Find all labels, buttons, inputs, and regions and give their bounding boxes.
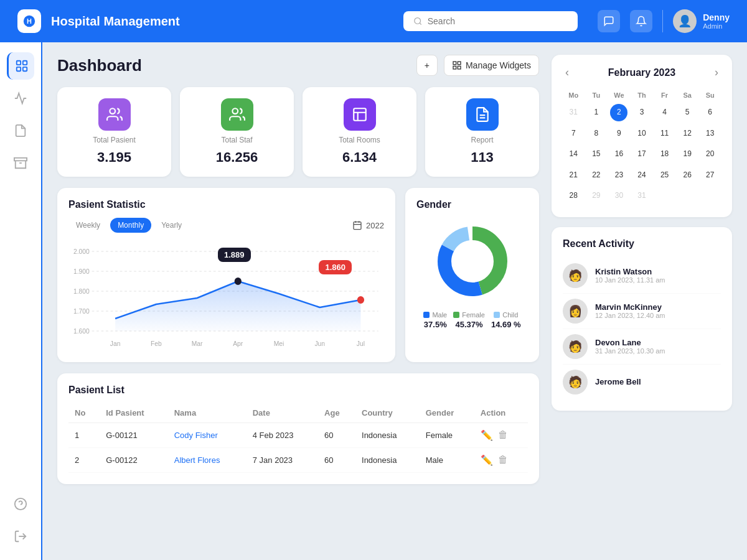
row1-delete-icon[interactable]: 🗑 (498, 429, 508, 441)
cal-day-19[interactable]: 19 (677, 144, 698, 164)
rooms-value: 6.134 (342, 149, 377, 166)
activity-info-3: Devon Lane 31 Jan 2023, 10.30 am (595, 338, 721, 355)
cal-day-31-next[interactable]: 31 (631, 186, 653, 206)
cal-header-fr: Fr (654, 89, 675, 101)
donut-chart-svg (429, 218, 516, 305)
cal-day-10[interactable]: 10 (631, 124, 653, 144)
row1-edit-icon[interactable]: ✏️ (481, 429, 493, 441)
svg-text:Jul: Jul (357, 340, 365, 347)
user-menu[interactable]: 👤 Denny Admin (673, 9, 730, 33)
cal-day-29-next[interactable]: 29 (586, 186, 608, 206)
sidebar-item-file[interactable] (7, 117, 34, 144)
cal-day-2-today[interactable]: 2 (610, 104, 627, 121)
cal-day-empty2 (677, 186, 698, 206)
patient-statistic-card: Pasient Statistic Weekly Monthly Yearly … (57, 188, 395, 362)
activity-info-1: Kristin Watson 10 Jan 2023, 11.31 am (595, 267, 721, 284)
cal-day-15[interactable]: 15 (586, 144, 608, 164)
report-value: 113 (471, 149, 494, 166)
calendar-prev-button[interactable]: ‹ (563, 66, 571, 79)
user-role: Admin (703, 22, 730, 30)
cal-day-20[interactable]: 20 (699, 144, 721, 164)
sidebar-item-dashboard[interactable] (7, 52, 34, 80)
calendar-title: February 2023 (608, 67, 676, 78)
row1-actions: ✏️ 🗑 (481, 429, 522, 441)
cal-day-14[interactable]: 14 (563, 144, 585, 164)
svg-text:Jan: Jan (110, 340, 121, 347)
activity-name-1: Kristin Watson (595, 267, 721, 276)
cal-day-30-next[interactable]: 30 (608, 186, 630, 206)
lower-section: Pasient Statistic Weekly Monthly Yearly … (57, 188, 539, 362)
cal-day-27[interactable]: 27 (699, 166, 721, 185)
tab-weekly[interactable]: Weekly (68, 218, 108, 233)
cal-day-16[interactable]: 16 (608, 144, 630, 164)
donut-container (416, 218, 528, 305)
row2-delete-icon[interactable]: 🗑 (498, 454, 508, 466)
tab-yearly[interactable]: Yearly (154, 218, 189, 233)
calendar-next-button[interactable]: › (712, 66, 721, 79)
cal-day-11[interactable]: 11 (654, 124, 675, 144)
cal-day-24[interactable]: 24 (631, 166, 653, 185)
activity-item-1: 🧑 Kristin Watson 10 Jan 2023, 11.31 am (563, 258, 721, 294)
activity-avatar-3: 🧑 (563, 334, 588, 359)
cal-day-28[interactable]: 28 (563, 186, 585, 206)
cal-day-21[interactable]: 21 (563, 166, 585, 185)
sidebar-item-chart[interactable] (7, 85, 34, 112)
cal-day-12[interactable]: 12 (677, 124, 698, 144)
notifications-button[interactable] (630, 10, 652, 32)
messages-button[interactable] (598, 10, 620, 32)
app-title: Hospital Management (51, 14, 393, 29)
svg-text:1.600: 1.600 (73, 327, 90, 335)
row2-age: 60 (318, 448, 355, 473)
activity-card: Recent Activity 🧑 Kristin Watson 10 Jan … (552, 227, 732, 411)
svg-rect-18 (354, 108, 366, 121)
svg-point-2 (415, 18, 421, 24)
row2-edit-icon[interactable]: ✏️ (481, 454, 493, 466)
svg-text:2.000: 2.000 (73, 248, 90, 255)
sidebar-item-logout[interactable] (7, 523, 34, 550)
activity-info-2: Marvin McKinney 12 Jan 2023, 12.40 am (595, 302, 721, 319)
sidebar (0, 42, 42, 560)
tab-monthly[interactable]: Monthly (110, 218, 151, 233)
row2-id: G-00122 (100, 448, 168, 473)
cal-day-1[interactable]: 1 (586, 103, 608, 123)
stat-card-staf: Total Staf 16.256 (180, 87, 294, 177)
cal-day-18[interactable]: 18 (654, 144, 675, 164)
cal-day-9[interactable]: 9 (608, 124, 630, 144)
manage-widgets-button[interactable]: Manage Widgets (444, 55, 539, 76)
sidebar-item-help[interactable] (7, 490, 34, 518)
tooltip-apr: 1.889 (218, 248, 251, 262)
sidebar-item-archive[interactable] (7, 149, 34, 177)
cal-day-17[interactable]: 17 (631, 144, 653, 164)
cal-day-22[interactable]: 22 (586, 166, 608, 185)
row1-name[interactable]: Cody Fisher (174, 431, 218, 440)
activity-name-3: Devon Lane (595, 338, 721, 347)
cal-day-25[interactable]: 25 (654, 166, 675, 185)
activity-name-4: Jerome Bell (595, 377, 721, 386)
cal-header-mo: Mo (563, 89, 585, 101)
cal-day-31-prev[interactable]: 31 (563, 103, 585, 123)
cal-day-4[interactable]: 4 (654, 103, 675, 123)
search-bar[interactable] (403, 11, 578, 31)
patient-table: No Id Pasient Nama Date Age Country Gend… (68, 403, 528, 473)
cal-day-26[interactable]: 26 (677, 166, 698, 185)
svg-point-48 (455, 244, 490, 279)
cal-day-5[interactable]: 5 (677, 103, 698, 123)
cal-header-su: Su (699, 89, 721, 101)
cal-day-7[interactable]: 7 (563, 124, 585, 144)
svg-text:1.900: 1.900 (73, 268, 90, 275)
cal-day-13[interactable]: 13 (699, 124, 721, 144)
svg-rect-21 (354, 222, 361, 230)
row2-name[interactable]: Albert Flores (174, 455, 220, 465)
page-header: Dashboard + Manage Widgets (57, 55, 539, 76)
header-icons: 👤 Denny Admin (598, 9, 730, 33)
tab-group: Weekly Monthly Yearly (68, 218, 189, 233)
staf-value: 16.256 (216, 149, 258, 166)
cal-day-3[interactable]: 3 (631, 103, 653, 123)
col-no: No (68, 403, 100, 423)
cal-day-6[interactable]: 6 (699, 103, 721, 123)
cal-day-23[interactable]: 23 (608, 166, 630, 185)
search-input[interactable] (428, 16, 568, 26)
svg-text:1.800: 1.800 (73, 287, 90, 295)
add-widget-button[interactable]: + (416, 55, 438, 76)
cal-day-8[interactable]: 8 (586, 124, 608, 144)
